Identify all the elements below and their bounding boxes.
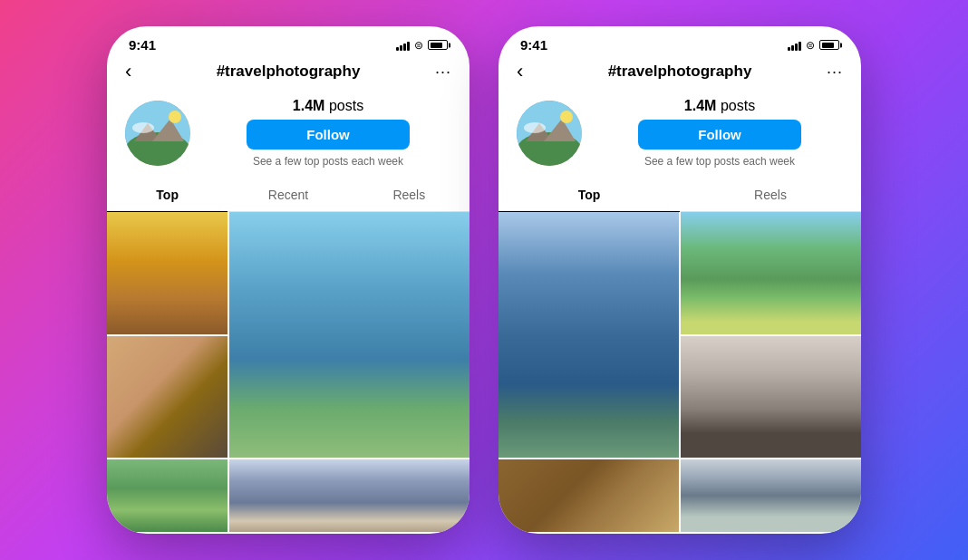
nav-header-left: ‹ #travelphotography ··· [107,56,469,91]
profile-section-right: 1.4M posts Follow See a few top posts ea… [499,91,861,179]
status-icons-left: ⊜ [396,39,448,52]
posts-count-left: 1.4M posts [293,98,363,114]
photo-cell-1[interactable] [107,212,227,334]
photo-grid-right [499,212,861,534]
photo-cell-4[interactable] [107,459,227,532]
wifi-icon-left: ⊜ [414,39,423,52]
wifi-icon-right: ⊜ [806,39,815,52]
tab-reels-right[interactable]: Reels [680,179,861,211]
tab-recent-left[interactable]: Recent [227,179,348,211]
more-button-left[interactable]: ··· [422,63,451,82]
photo-cell-2[interactable] [229,212,469,458]
profile-info-right: 1.4M posts Follow See a few top posts ea… [596,98,843,168]
status-bar-right: 9:41 ⊜ [499,26,861,56]
tab-reels-left[interactable]: Reels [349,179,469,211]
photo-grid-left [107,212,469,534]
more-button-right[interactable]: ··· [814,63,843,82]
photo-r-cell-4[interactable] [499,459,679,532]
phone-right: 9:41 ⊜ ‹ #travelphotography ··· [499,26,861,534]
status-time-right: 9:41 [520,37,547,53]
photo-cell-5[interactable] [229,459,469,532]
page-title-left: #travelphotography [154,63,422,81]
svg-point-5 [132,122,154,133]
tabs-left: Top Recent Reels [107,179,469,212]
tab-top-right[interactable]: Top [499,179,680,211]
signal-icon-left [396,40,410,51]
photo-r-cell-1[interactable] [681,212,861,334]
svg-point-4 [169,111,181,123]
tabs-right: Top Reels [499,179,861,212]
status-icons-right: ⊜ [788,39,839,52]
signal-icon-right [788,40,801,51]
nav-header-right: ‹ #travelphotography ··· [499,56,861,91]
svg-point-11 [524,122,546,133]
see-posts-text-right: See a few top posts each week [644,155,795,168]
avatar-image-left [125,101,190,166]
photo-r-cell-5[interactable] [681,459,861,532]
avatar-image-right [517,101,582,166]
back-button-left[interactable]: ‹ [125,60,154,83]
back-button-right[interactable]: ‹ [517,60,546,83]
status-bar-left: 9:41 ⊜ [107,26,469,56]
battery-icon-left [428,40,448,50]
profile-info-left: 1.4M posts Follow See a few top posts ea… [205,98,451,168]
follow-button-right[interactable]: Follow [638,120,801,150]
page-title-right: #travelphotography [546,63,814,81]
phone-left: 9:41 ⊜ ‹ #travelphotography ··· [107,26,469,534]
avatar-left [125,101,190,166]
follow-button-left[interactable]: Follow [247,120,410,150]
status-time-left: 9:41 [129,37,156,53]
see-posts-text-left: See a few top posts each week [253,155,403,168]
photo-r-cell-2[interactable] [499,212,679,458]
svg-point-10 [560,111,573,123]
posts-count-right: 1.4M posts [684,98,755,114]
avatar-right [517,101,582,166]
battery-icon-right [819,40,839,50]
photo-r-cell-3[interactable] [681,336,861,459]
profile-section-left: 1.4M posts Follow See a few top posts ea… [107,91,469,179]
tab-top-left[interactable]: Top [107,179,227,211]
photo-cell-3[interactable] [107,336,227,459]
